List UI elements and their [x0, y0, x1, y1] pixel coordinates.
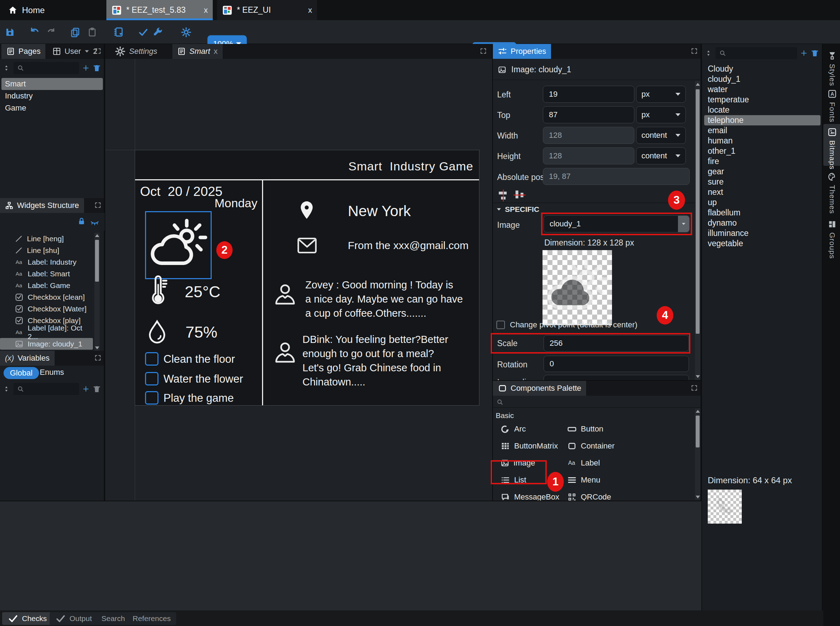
- tab-pages[interactable]: Pages: [2, 44, 46, 59]
- tab-enums[interactable]: Enums: [40, 368, 64, 377]
- palette-item-buttonmatrix[interactable]: ButtonMatrix: [501, 439, 558, 453]
- bitmap-item-fire[interactable]: fire: [704, 156, 821, 166]
- settings-button[interactable]: [179, 25, 193, 39]
- palette-item-label[interactable]: AaLabel: [567, 456, 600, 470]
- align-vertical-icon[interactable]: [513, 188, 526, 203]
- scroll-up-icon[interactable]: [696, 83, 700, 86]
- lock-icon[interactable]: [77, 217, 86, 226]
- scrollbar-thumb[interactable]: [696, 416, 700, 448]
- check-button[interactable]: [136, 25, 150, 39]
- bottom-tab-output[interactable]: Output: [50, 612, 97, 625]
- scroll-down-icon[interactable]: [95, 346, 99, 349]
- align-horizontal-icon[interactable]: [497, 188, 510, 203]
- bitmaps-search-input[interactable]: [716, 47, 797, 59]
- home-tab[interactable]: Home: [0, 0, 68, 20]
- bitmap-item-up[interactable]: up: [704, 197, 821, 208]
- expand-icon[interactable]: [94, 202, 101, 209]
- bitmap-item-locate[interactable]: locate: [704, 105, 821, 115]
- strip-tab-fonts[interactable]: AFonts: [823, 86, 840, 121]
- bitmap-item-telephone[interactable]: telephone: [704, 115, 821, 125]
- scroll-up-icon[interactable]: [696, 410, 700, 413]
- expand-icon[interactable]: [691, 384, 698, 391]
- tree-item[interactable]: Checkbox [Water]: [0, 303, 93, 315]
- rotation-input[interactable]: 0: [543, 356, 689, 372]
- bitmap-item-illuminance[interactable]: illuminance: [704, 228, 821, 238]
- scrollbar-thumb[interactable]: [95, 240, 99, 282]
- bitmap-item-dynamo[interactable]: dynamo: [704, 218, 821, 228]
- delete-page-button[interactable]: [93, 64, 101, 72]
- bitmap-item-email[interactable]: email: [704, 125, 821, 136]
- palette-search-input[interactable]: [493, 396, 701, 408]
- bitmap-item-gear[interactable]: gear: [704, 166, 821, 177]
- todo-checkbox[interactable]: [145, 352, 159, 366]
- hidden-eye-icon[interactable]: [90, 218, 99, 227]
- smart-page-mockup[interactable]: Smart Industry Game Oct 20 / 2025 Monday…: [135, 150, 479, 405]
- palette-item-menu[interactable]: Menu: [567, 473, 600, 487]
- delete-bitmap-button[interactable]: [810, 49, 819, 57]
- prop-input-left[interactable]: 19: [543, 86, 634, 103]
- bottom-tab-search[interactable]: Search: [96, 612, 131, 625]
- bitmap-item-sure[interactable]: sure: [704, 177, 821, 187]
- widgets-tree-scrollbar[interactable]: [94, 233, 100, 351]
- expand-icon[interactable]: [691, 47, 698, 55]
- scroll-down-icon[interactable]: [696, 375, 700, 378]
- bitmap-item-cloudy_1[interactable]: cloudy_1: [704, 74, 821, 85]
- prop-input-width[interactable]: 128: [543, 127, 634, 144]
- delete-variable-button[interactable]: [93, 385, 101, 393]
- specific-section-header[interactable]: SPECIFIC: [496, 205, 539, 214]
- tree-item[interactable]: Line [shu]: [0, 244, 93, 256]
- page-item-smart[interactable]: Smart: [2, 78, 103, 90]
- bottom-tab-references[interactable]: References: [127, 612, 176, 625]
- prop-unit-left[interactable]: px: [636, 86, 686, 103]
- bitmap-item-cloudy[interactable]: Cloudy: [704, 64, 821, 74]
- paste-button[interactable]: [85, 25, 99, 39]
- pages-search-input[interactable]: [14, 62, 79, 74]
- tree-item[interactable]: AaLabel: Game: [0, 280, 93, 291]
- pivot-checkbox[interactable]: [496, 321, 505, 329]
- add-page-button[interactable]: +: [83, 63, 89, 74]
- weather-image-selected[interactable]: [145, 211, 212, 279]
- close-icon[interactable]: x: [308, 6, 312, 15]
- expand-icon[interactable]: [94, 47, 101, 55]
- tools-button[interactable]: [151, 25, 165, 39]
- palette-item-qrcode[interactable]: QRCode: [567, 490, 611, 501]
- strip-tab-themes[interactable]: Themes: [823, 169, 840, 213]
- prop-input-top[interactable]: 87: [543, 106, 634, 123]
- page-item-industry[interactable]: Industry: [2, 90, 103, 102]
- bitmap-item-next[interactable]: next: [704, 187, 821, 197]
- strip-tab-styles[interactable]: Styles: [823, 47, 840, 83]
- strip-tab-bitmaps[interactable]: Bitmaps: [823, 124, 840, 166]
- tab-global[interactable]: Global: [3, 367, 39, 379]
- project-tab-eez-test[interactable]: * EEZ_test_5.83 x: [106, 0, 213, 20]
- palette-scrollbar[interactable]: [695, 408, 700, 500]
- copy-button[interactable]: [68, 25, 82, 39]
- expand-icon[interactable]: [480, 47, 487, 55]
- palette-item-container[interactable]: Container: [567, 439, 614, 453]
- tree-item[interactable]: Checkbox [clean]: [0, 291, 93, 303]
- palette-item-button[interactable]: Button: [567, 422, 603, 436]
- scroll-up-icon[interactable]: [95, 234, 99, 237]
- page-item-game[interactable]: Game: [2, 102, 103, 114]
- tree-item[interactable]: AaLabel: Smart: [0, 268, 93, 280]
- build-button[interactable]: [112, 25, 126, 39]
- tree-item[interactable]: Line [heng]: [0, 233, 93, 244]
- bottom-tab-checks[interactable]: Checks: [2, 612, 52, 625]
- todo-checkbox[interactable]: [145, 372, 159, 385]
- caret-down-icon[interactable]: [85, 50, 89, 52]
- close-icon[interactable]: x: [204, 6, 208, 15]
- bitmap-item-other_1[interactable]: other_1: [704, 146, 821, 156]
- prop-unit-top[interactable]: px: [636, 106, 686, 123]
- properties-scrollbar[interactable]: [695, 81, 700, 380]
- scroll-down-icon[interactable]: [696, 496, 700, 498]
- inner-align-select[interactable]: CENTER: [543, 375, 689, 380]
- palette-item-messagebox[interactable]: MessageBox: [501, 490, 559, 501]
- strip-tab-groups[interactable]: Groups: [823, 216, 840, 258]
- widgets-structure-tab[interactable]: Widgets Structure: [0, 198, 84, 213]
- bitmap-item-flabellum[interactable]: flabellum: [704, 208, 821, 218]
- variables-tab[interactable]: (x) Variables: [0, 351, 55, 366]
- palette-tab[interactable]: Components Palette: [493, 381, 586, 396]
- project-tab-eez-ui[interactable]: * EEZ_UI x: [217, 0, 317, 20]
- bitmap-item-human[interactable]: human: [704, 136, 821, 146]
- palette-item-arc[interactable]: Arc: [501, 422, 526, 436]
- prop-unit-width[interactable]: content: [636, 127, 686, 144]
